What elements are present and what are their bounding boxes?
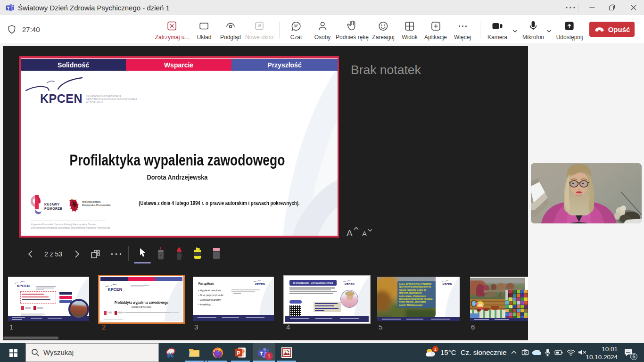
svg-text:KPCEN: KPCEN bbox=[255, 283, 265, 286]
svg-text:P: P bbox=[237, 350, 240, 356]
svg-text:A: A bbox=[347, 228, 353, 237]
svg-text:KPCEN: KPCEN bbox=[17, 284, 30, 288]
svg-text:KPCEN: KPCEN bbox=[443, 283, 452, 286]
svg-text:KPCEN: KPCEN bbox=[345, 283, 355, 286]
svg-text:A: A bbox=[362, 230, 367, 237]
svg-text:KPCEN: KPCEN bbox=[40, 92, 83, 105]
svg-text:KPCEN: KPCEN bbox=[107, 287, 122, 292]
